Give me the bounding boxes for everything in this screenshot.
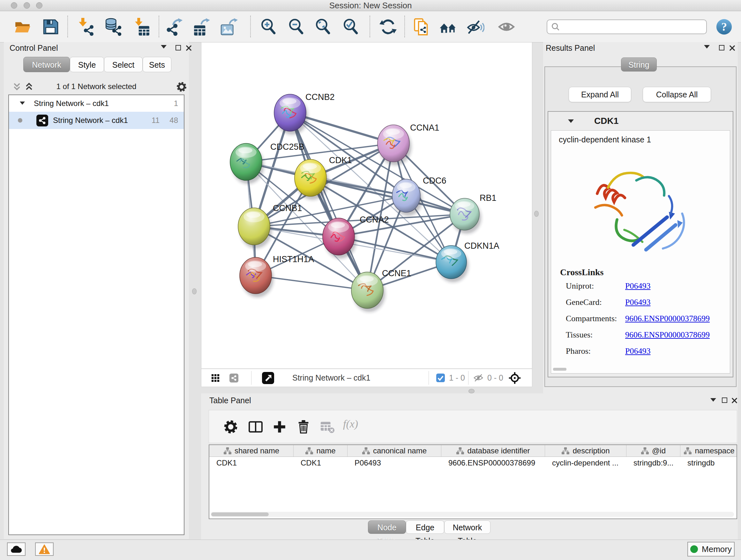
delete-columns-icon[interactable] [295,419,312,435]
open-in-window-icon[interactable] [262,369,274,387]
entry-expander-icon[interactable] [568,119,574,123]
crosslink-row: Pharos:P06493 [551,347,730,362]
hidden-eye-icon[interactable] [473,369,483,387]
crosslink-label: Uniprot: [566,281,594,291]
network-selected-status: 1 of 1 Network selected [4,80,189,93]
divider [251,371,252,385]
horizontal-scrollbar-thumb[interactable] [553,368,566,371]
column-header-database-identifier[interactable]: database identifier [441,445,545,456]
crosslinks-title: CrossLinks [560,267,603,277]
import-table-file-icon[interactable] [131,16,152,37]
duplicate-network-icon[interactable] [412,16,433,37]
grid-view-icon[interactable] [211,369,220,387]
float-panel-icon[interactable] [722,397,727,403]
node-table: shared namenamecanonical namedatabase id… [209,444,737,519]
import-network-database-icon[interactable] [103,16,124,37]
column-header-canonical-name[interactable]: canonical name [347,445,441,456]
zoom-in-icon[interactable] [258,16,279,37]
close-panel-icon[interactable] [729,45,735,51]
table-settings-icon[interactable] [222,419,239,435]
table-horizontal-scrollbar[interactable] [211,512,734,517]
left-splitter-handle[interactable] [192,288,197,294]
node-result-header[interactable]: CDK1 [548,112,733,130]
network-badge-icon[interactable] [229,369,239,387]
zoom-fit-content-icon[interactable] [313,16,333,37]
tab-sets[interactable]: Sets [143,57,172,72]
tab-network-table[interactable]: Network Table [444,520,490,534]
float-panel-icon[interactable] [176,45,181,51]
title-bar: Session: New Session [0,0,741,11]
panel-menu-icon[interactable] [711,398,716,401]
fit-selected-crosshair-icon[interactable] [509,369,521,387]
results-panel: Results Panel String Expand All Collapse… [543,42,738,393]
collapse-all-button[interactable]: Collapse All [643,87,711,102]
node-detail-box: cyclin-dependent kinase 1 [551,130,730,374]
help-button[interactable] [716,18,732,35]
node-label-RB1: RB1 [480,193,496,203]
column-type-icon [456,447,464,455]
crosslink-label: Pharos: [566,347,591,356]
panel-menu-icon[interactable] [161,45,166,49]
network-options-gear-icon[interactable] [176,81,187,92]
zoom-selected-icon[interactable] [340,16,361,37]
import-network-file-icon[interactable] [76,16,97,37]
tab-network[interactable]: Network [23,57,70,72]
tab-style[interactable]: Style [70,57,104,72]
export-network-icon[interactable] [164,16,185,37]
hidden-count: 0 - 0 [487,369,503,387]
float-panel-icon[interactable] [719,45,724,51]
expand-all-button[interactable]: Expand All [569,87,631,102]
network-view-title: String Network – cdk1 [292,369,370,387]
memory-button[interactable]: Memory [687,542,735,557]
crosslink-link[interactable]: 9606.ENSP00000378699 [625,314,710,323]
tab-string[interactable]: String [621,57,657,71]
collection-expander-icon[interactable] [20,102,25,105]
table-cell: CDK1 [209,457,293,469]
delete-table-icon[interactable] [319,419,336,435]
crosslink-label: Compartments: [566,314,617,323]
crosslink-link[interactable]: P06493 [625,298,650,307]
export-table-icon[interactable] [192,16,212,37]
cloud-status-button[interactable] [7,543,25,556]
close-panel-icon[interactable] [186,45,192,51]
open-session-icon[interactable] [12,16,33,37]
export-image-icon[interactable] [219,16,240,37]
tab-edge-table[interactable]: Edge Table [406,520,444,534]
panel-menu-icon[interactable] [704,45,710,49]
bottom-splitter-handle[interactable] [468,389,475,393]
column-header-description[interactable]: description [545,445,626,456]
show-all-icon[interactable] [496,16,517,37]
search-box[interactable] [547,19,707,34]
network-collection-row[interactable]: String Network – cdk1 1 [9,95,184,112]
crosslink-link[interactable]: P06493 [625,281,650,291]
selected-checkbox-icon[interactable] [436,369,445,387]
column-type-icon [561,447,569,455]
home-view-icon[interactable] [438,16,459,37]
tab-node-table[interactable]: Node Table [368,520,406,534]
column-header-namespace[interactable]: namespace [680,445,737,456]
hide-selected-icon[interactable] [465,16,486,37]
crosslink-row: Tissues:9606.ENSP00000378699 [551,330,730,346]
zoom-out-icon[interactable] [286,16,307,37]
function-builder-button[interactable]: f(x) [343,418,358,430]
column-header--id[interactable]: @id [626,445,680,456]
column-header-name[interactable]: name [293,445,347,456]
network-label: String Network – cdk1 [53,112,128,129]
warnings-button[interactable] [35,543,54,556]
network-row-selected[interactable]: String Network – cdk1 11 48 [9,112,184,129]
toolbar-divider [67,16,68,37]
close-panel-icon[interactable] [731,397,738,403]
search-input[interactable] [560,20,706,33]
apply-layout-icon[interactable] [378,16,399,37]
save-session-icon[interactable] [40,16,61,37]
table-row[interactable]: CDK1CDK1P064939606.ENSP00000378699cyclin… [209,457,737,469]
tab-select[interactable]: Select [104,57,143,72]
select-columns-icon[interactable] [247,419,264,435]
create-column-icon[interactable] [271,419,288,435]
crosslink-link[interactable]: P06493 [625,347,650,356]
crosslink-link[interactable]: 9606.ENSP00000378699 [625,330,710,340]
table-cell: stringdb [680,457,737,469]
column-header-shared-name[interactable]: shared name [209,445,293,456]
right-splitter-handle[interactable] [534,211,539,217]
network-canvas[interactable]: CCNB2CCNA1CDC25BCDK1CDC6RB1CCNB1CCNA2CDK… [201,42,532,369]
